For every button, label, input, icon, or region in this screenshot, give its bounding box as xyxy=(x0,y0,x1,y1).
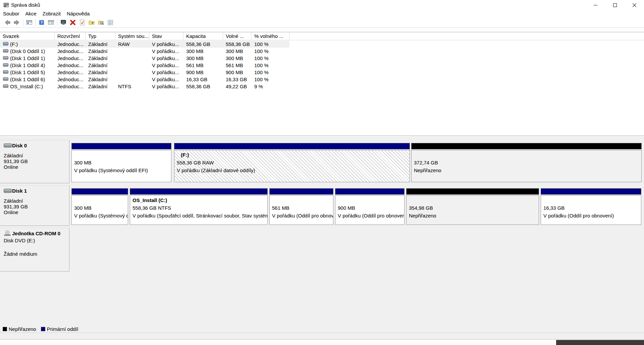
desktop-area xyxy=(0,340,644,345)
disk1-size: 931,39 GB xyxy=(4,204,28,209)
partition-size: 372,74 GB xyxy=(414,160,438,165)
console-tree-button[interactable] xyxy=(46,18,56,27)
volume-free-pct: 100 % xyxy=(252,41,289,48)
partition-color-bar xyxy=(411,143,642,149)
disk0-header-panel[interactable]: Disk 0 Základní 931,39 GB Online xyxy=(0,140,69,183)
check-document-button[interactable] xyxy=(77,18,87,27)
volume-capacity: 900 MB xyxy=(183,69,223,76)
taskbar-fragment[interactable] xyxy=(556,340,644,345)
partition-size: 16,33 GB xyxy=(543,205,565,211)
cdrom-icon xyxy=(4,230,11,236)
check-document-icon xyxy=(79,19,86,26)
volume-fs: NTFS xyxy=(115,83,149,90)
back-button[interactable] xyxy=(3,18,12,27)
volume-free-pct: 100 % xyxy=(252,48,289,55)
volume-row-disk1-oddil4[interactable]: (Disk 1 Oddíl 4) Jednoduc... Základní V … xyxy=(0,62,289,69)
disk1-partition-recovery3[interactable]: 16,33 GB V pořádku (Oddíl pro obnovení) xyxy=(541,188,641,225)
maximize-button[interactable] xyxy=(605,0,625,10)
help-button[interactable]: ? xyxy=(37,18,46,27)
volume-free-pct: 100 % xyxy=(252,69,289,76)
volume-layout: Jednoduc... xyxy=(55,62,86,69)
column-header-stav[interactable]: Stav xyxy=(149,32,183,40)
partition-color-bar xyxy=(130,188,268,195)
menu-napoveda[interactable]: Nápověda xyxy=(64,10,93,17)
volume-row-os-install-c[interactable]: OS_Install (C:) Jednoduc... Základní NTF… xyxy=(0,83,289,90)
column-header-volne[interactable]: Volné ... xyxy=(223,32,252,40)
volume-capacity: 300 MB xyxy=(183,55,223,62)
cdrom-title: Jednotka CD-ROM 0 xyxy=(12,231,60,236)
disk0-kind: Základní xyxy=(4,153,23,158)
cdrom-drive-letter: Disk DVD (E:) xyxy=(4,238,35,243)
volume-capacity: 16,33 GB xyxy=(183,76,223,83)
volume-layout: Jednoduc... xyxy=(55,69,86,76)
volume-type: Základní xyxy=(86,55,115,62)
volume-fs: RAW xyxy=(115,41,149,48)
window-controls xyxy=(586,0,644,10)
volume-free-pct: 100 % xyxy=(252,62,289,69)
volume-type: Základní xyxy=(86,76,115,83)
menu-akce[interactable]: Akce xyxy=(22,10,39,17)
partition-label: (F:) xyxy=(181,152,189,158)
volume-icon xyxy=(3,56,8,60)
volume-name: (F:) xyxy=(10,41,18,47)
partition-color-bar xyxy=(71,188,128,195)
minimize-icon xyxy=(594,3,597,7)
partition-size: 354,98 GB xyxy=(409,205,433,211)
volume-status: V pořádku... xyxy=(149,83,183,90)
volume-row-disk0-oddil1[interactable]: (Disk 0 Oddíl 1) Jednoduc... Základní V … xyxy=(0,48,289,55)
toolbar-separator xyxy=(35,19,36,26)
partition-color-bar xyxy=(71,143,171,149)
close-button[interactable] xyxy=(625,0,644,10)
disk1-unallocated[interactable]: 354,98 GB Nepřiřazeno xyxy=(406,188,539,225)
partition-status: V pořádku (Základní datové oddíly) xyxy=(177,167,255,173)
volume-icon xyxy=(3,49,8,53)
forward-button[interactable] xyxy=(12,18,21,27)
volume-layout: Jednoduc... xyxy=(55,76,86,83)
disk1-partition-recovery1[interactable]: 561 MB V pořádku (Oddíl pro obnovení) xyxy=(269,188,333,225)
minimize-button[interactable] xyxy=(586,0,605,10)
delete-button[interactable] xyxy=(68,18,77,27)
delete-icon xyxy=(69,19,76,26)
disk0-unallocated[interactable]: 372,74 GB Nepřiřazeno xyxy=(411,143,642,183)
disk1-header-panel[interactable]: Disk 1 Základní 931,39 GB Online xyxy=(0,185,69,226)
volume-free: 300 MB xyxy=(223,48,252,55)
volume-status: V pořádku... xyxy=(149,55,183,62)
column-header-kapacita[interactable]: Kapacita xyxy=(183,32,223,40)
export-folder-icon xyxy=(88,19,95,26)
partition-color-bar xyxy=(269,188,333,195)
volume-fs xyxy=(115,48,149,55)
back-icon xyxy=(4,19,11,26)
volume-list-header: Svazek Rozvržení Typ Systém sou... Stav … xyxy=(0,32,644,40)
disk1-partition-system[interactable]: 300 MB V pořádku (Systémový oddíl EFI) xyxy=(71,188,128,225)
search-folder-icon xyxy=(98,19,104,26)
properties-button[interactable] xyxy=(106,18,115,27)
column-header-typ[interactable]: Typ xyxy=(86,32,115,40)
monitor-button[interactable] xyxy=(59,18,68,27)
disk-management-app-icon xyxy=(3,2,9,8)
disk0-partition-f[interactable]: (F:) 558,36 GB RAW V pořádku (Základní d… xyxy=(174,143,410,183)
legend-unallocated-label: Nepřiřazeno xyxy=(9,326,36,332)
disk0-partition-efi[interactable]: 300 MB V pořádku (Systémový oddíl EFI) xyxy=(71,143,171,183)
cdrom-header-panel[interactable]: Jednotka CD-ROM 0 Disk DVD (E:) Žádné mé… xyxy=(0,228,69,272)
volume-capacity: 558,36 GB xyxy=(183,41,223,48)
menu-bar: Soubor Akce Zobrazit Nápověda xyxy=(0,10,644,17)
volume-row-disk1-oddil6[interactable]: (Disk 1 Oddíl 6) Jednoduc... Základní V … xyxy=(0,76,289,83)
volume-row-disk1-oddil1[interactable]: (Disk 1 Oddíl 1) Jednoduc... Základní V … xyxy=(0,55,289,62)
volume-icon xyxy=(3,77,8,81)
column-header-procento-volneho[interactable]: % volného ... xyxy=(252,32,289,40)
column-header-svazek[interactable]: Svazek xyxy=(0,32,55,40)
volume-row-disk1-oddil5[interactable]: (Disk 1 Oddíl 5) Jednoduc... Základní V … xyxy=(0,69,289,76)
console-window-button[interactable] xyxy=(24,18,34,27)
search-folder-button[interactable] xyxy=(96,18,106,27)
disk1-partition-recovery2[interactable]: 900 MB V pořádku (Oddíl pro obnovení) xyxy=(335,188,405,225)
toolbar-separator xyxy=(23,19,23,26)
column-header-rozvrzeni[interactable]: Rozvržení xyxy=(55,32,86,40)
cdrom-media-status: Žádné médium xyxy=(4,251,37,257)
export-folder-button[interactable] xyxy=(87,18,96,27)
disk1-partition-c[interactable]: OS_Install (C:) 558,36 GB NTFS V pořádku… xyxy=(130,188,268,225)
menu-soubor[interactable]: Soubor xyxy=(0,10,22,17)
column-header-system-souboru[interactable]: Systém sou... xyxy=(115,32,149,40)
volume-row-f[interactable]: (F:) Jednoduc... Základní RAW V pořádku.… xyxy=(0,41,289,48)
menu-zobrazit[interactable]: Zobrazit xyxy=(40,10,64,17)
legend-unallocated-swatch xyxy=(3,327,7,331)
